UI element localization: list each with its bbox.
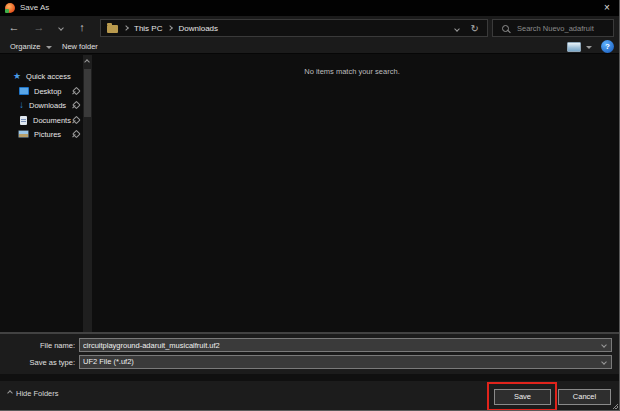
download-arrow-icon: ↓ — [19, 101, 24, 109]
sidebar-item-label: Desktop — [34, 87, 62, 96]
save-as-type-label: Save as type: — [0, 358, 75, 367]
sidebar-item-documents[interactable]: Documents — [20, 113, 71, 127]
search-icon — [502, 25, 509, 32]
footer-bar: Hide Folders Save Cancel — [0, 381, 620, 411]
view-thumbnails-icon[interactable] — [567, 42, 581, 52]
title-bar: Save As × — [0, 0, 620, 16]
scroll-up-icon[interactable] — [84, 59, 90, 65]
sidebar-item-label: Pictures — [34, 130, 61, 139]
pin-icon — [69, 128, 80, 139]
new-folder-button[interactable]: New folder — [62, 40, 98, 54]
sidebar-item-label: Documents — [33, 116, 71, 125]
resize-grip[interactable] — [612, 403, 618, 409]
desktop-icon — [19, 87, 29, 95]
organize-button[interactable]: Organize — [10, 40, 40, 54]
recent-locations-chevron-icon[interactable] — [58, 25, 64, 31]
save-as-type-chevron-icon — [601, 359, 607, 365]
file-name-label: File name: — [0, 341, 75, 350]
sidebar-scrollbar[interactable] — [83, 55, 92, 332]
view-caret-icon[interactable] — [586, 46, 592, 49]
help-icon[interactable]: ? — [601, 40, 614, 53]
sidebar-item-label: Downloads — [29, 101, 66, 110]
empty-results-message: No items match your search. — [92, 67, 612, 76]
refresh-icon[interactable]: ↻ — [471, 20, 479, 37]
save-button[interactable]: Save — [494, 389, 551, 405]
pin-icon — [69, 99, 80, 110]
window-title: Save As — [20, 0, 49, 16]
save-as-type-value: UF2 File (*.uf2) — [83, 356, 134, 368]
search-box[interactable] — [492, 19, 614, 37]
document-icon — [20, 116, 27, 125]
save-as-type-select[interactable]: UF2 File (*.uf2) — [79, 355, 612, 369]
breadcrumb-downloads[interactable]: Downloads — [178, 24, 218, 33]
panel-separator — [0, 374, 620, 381]
breadcrumb-chevron-icon[interactable] — [123, 25, 129, 31]
app-icon — [5, 3, 15, 13]
sidebar-item-quick-access[interactable]: ★ Quick access — [13, 69, 71, 83]
breadcrumb-this-pc[interactable]: This PC — [134, 24, 162, 33]
chevron-up-icon — [7, 390, 13, 396]
pin-icon — [69, 85, 80, 96]
command-toolbar: Organize New folder ? — [0, 40, 620, 54]
navigation-bar: ← → ↑ This PC Downloads ↻ — [0, 16, 620, 40]
sidebar-item-pictures[interactable]: Pictures — [18, 127, 61, 141]
sidebar-item-label: Quick access — [26, 72, 71, 81]
search-input[interactable] — [509, 24, 613, 33]
pictures-icon — [18, 130, 29, 138]
sidebar-item-desktop[interactable]: Desktop — [19, 84, 62, 98]
hide-folders-label: Hide Folders — [16, 389, 59, 398]
close-icon[interactable]: × — [596, 0, 618, 16]
hide-folders-button[interactable]: Hide Folders — [8, 387, 59, 399]
breadcrumb-chevron-icon[interactable] — [168, 25, 174, 31]
save-as-dialog: Save As × ← → ↑ This PC Downloads ↻ Orga… — [0, 0, 620, 411]
cancel-button[interactable]: Cancel — [558, 389, 611, 405]
address-bar[interactable]: This PC Downloads ↻ — [100, 19, 488, 37]
scrollbar-thumb[interactable] — [84, 69, 91, 117]
back-icon[interactable]: ← — [6, 16, 22, 40]
star-icon: ★ — [13, 71, 21, 81]
file-form-panel: File name: Save as type: UF2 File (*.uf2… — [0, 332, 620, 374]
file-name-field-wrap — [79, 338, 612, 352]
up-icon[interactable]: ↑ — [74, 16, 90, 40]
main-area: ★ Quick access Desktop ↓ Downloads Docum… — [0, 55, 620, 332]
pin-icon — [69, 114, 80, 125]
forward-icon[interactable]: → — [31, 16, 47, 40]
folder-icon — [107, 25, 118, 33]
sidebar-item-downloads[interactable]: ↓ Downloads — [19, 98, 66, 112]
address-dropdown-chevron-icon[interactable] — [454, 26, 460, 32]
file-name-input[interactable] — [80, 339, 611, 351]
organize-caret-icon — [46, 46, 52, 49]
